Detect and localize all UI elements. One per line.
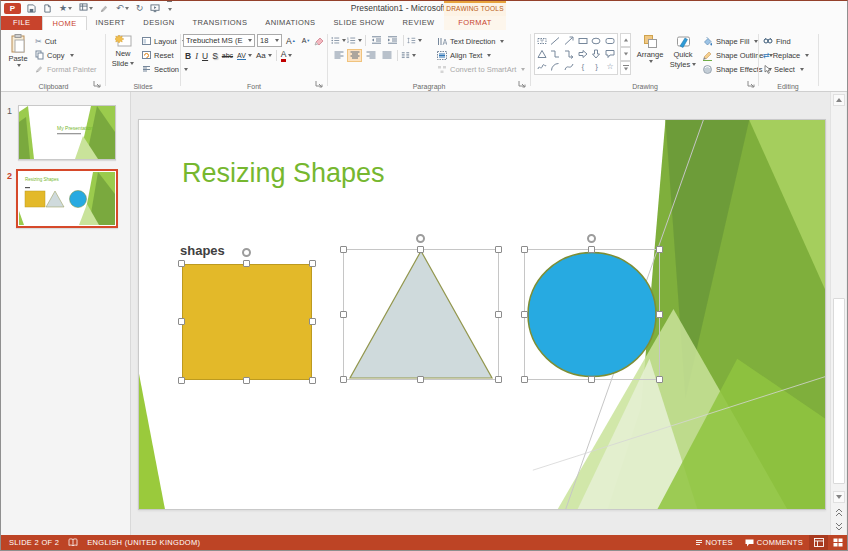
- drawing-dialog-launcher[interactable]: [747, 80, 756, 89]
- resize-handle[interactable]: [521, 376, 528, 383]
- normal-view-button[interactable]: [809, 535, 828, 550]
- resize-handle[interactable]: [178, 260, 185, 267]
- strikethrough-button[interactable]: abc: [220, 49, 235, 62]
- shapes-scroll-up-button[interactable]: [620, 33, 631, 47]
- powerpoint-app-icon[interactable]: P: [4, 3, 21, 14]
- arrange-button[interactable]: Arrange: [634, 34, 666, 80]
- arrow-shape-icon[interactable]: [562, 34, 576, 47]
- right-brace-shape-icon[interactable]: }: [590, 61, 604, 74]
- tab-animations[interactable]: ANIMATIONS: [256, 16, 324, 30]
- text-shadow-button[interactable]: S: [210, 49, 220, 62]
- scrollbar-thumb[interactable]: [833, 298, 845, 484]
- resize-handle[interactable]: [417, 246, 424, 253]
- resize-handle[interactable]: [178, 318, 185, 325]
- tab-design[interactable]: DESIGN: [134, 16, 183, 30]
- paragraph-dialog-launcher[interactable]: [518, 80, 527, 89]
- font-dialog-launcher[interactable]: [315, 80, 324, 89]
- resize-handle[interactable]: [656, 311, 663, 318]
- slide-sorter-view-button[interactable]: [828, 535, 847, 550]
- start-slideshow-icon[interactable]: [150, 4, 160, 13]
- resize-handle[interactable]: [588, 246, 595, 253]
- italic-button[interactable]: I: [193, 49, 200, 62]
- triangle-graphic[interactable]: [344, 250, 498, 379]
- resize-handle[interactable]: [656, 246, 663, 253]
- elbow-arrow-connector-shape-icon[interactable]: [562, 47, 576, 60]
- tab-transitions[interactable]: TRANSITIONS: [184, 16, 257, 30]
- text-direction-button[interactable]: Text Direction: [435, 34, 527, 48]
- replace-button[interactable]: ⇄Replace: [761, 48, 811, 62]
- customize-qat-icon[interactable]: [167, 1, 172, 16]
- align-left-button[interactable]: [331, 49, 346, 62]
- font-family-select[interactable]: Trebuchet MS (E: [183, 34, 255, 47]
- select-button[interactable]: Select: [761, 62, 811, 76]
- copy-button[interactable]: Copy: [33, 48, 99, 62]
- elbow-connector-shape-icon[interactable]: [549, 47, 563, 60]
- resize-handle[interactable]: [340, 246, 347, 253]
- text-box-shape-icon[interactable]: [535, 34, 549, 47]
- rectangle-shape-icon[interactable]: [576, 34, 590, 47]
- columns-button[interactable]: [401, 49, 416, 62]
- slide-canvas[interactable]: Resizing Shapes shapes: [138, 119, 826, 510]
- resize-handle[interactable]: [495, 311, 502, 318]
- oval-shape-icon[interactable]: [590, 34, 604, 47]
- tab-home[interactable]: HOME: [42, 16, 86, 30]
- previous-slide-button[interactable]: [833, 506, 845, 518]
- format-painter-button[interactable]: Format Painter: [33, 62, 99, 76]
- rounded-rectangle-shape-icon[interactable]: [603, 34, 617, 47]
- format-painter-qat-icon[interactable]: [100, 4, 109, 13]
- notes-button[interactable]: NOTES: [689, 535, 739, 550]
- align-center-button[interactable]: [347, 49, 362, 62]
- rectangle-rotation-handle[interactable]: [242, 248, 251, 257]
- grow-font-button[interactable]: A▲: [284, 34, 298, 47]
- numbering-button[interactable]: [347, 34, 362, 47]
- resize-handle[interactable]: [417, 376, 424, 383]
- font-color-button[interactable]: A: [279, 49, 295, 62]
- down-arrow-shape-icon[interactable]: [590, 47, 604, 60]
- rectangle-shape[interactable]: [182, 264, 312, 380]
- paste-button[interactable]: Paste: [5, 34, 31, 80]
- shapes-more-button[interactable]: [620, 61, 631, 75]
- align-right-button[interactable]: [363, 49, 378, 62]
- resize-handle[interactable]: [243, 377, 250, 384]
- underline-button[interactable]: U: [200, 49, 210, 62]
- cut-button[interactable]: ✂Cut: [33, 34, 99, 48]
- change-case-button[interactable]: Aa: [254, 49, 274, 62]
- tab-review[interactable]: REVIEW: [394, 16, 444, 30]
- resize-handle[interactable]: [588, 376, 595, 383]
- tab-slideshow[interactable]: SLIDE SHOW: [324, 16, 393, 30]
- resize-handle[interactable]: [340, 376, 347, 383]
- comments-button[interactable]: COMMENTS: [739, 535, 809, 550]
- resize-handle[interactable]: [521, 311, 528, 318]
- spell-check-icon[interactable]: [68, 538, 78, 547]
- resize-handle[interactable]: [309, 377, 316, 384]
- triangle-shape-icon[interactable]: [535, 47, 549, 60]
- bullets-button[interactable]: [331, 34, 346, 47]
- open-document-icon[interactable]: [43, 4, 52, 13]
- resize-handle[interactable]: [521, 246, 528, 253]
- slide-caption-text[interactable]: shapes: [180, 243, 225, 258]
- resize-handle[interactable]: [309, 260, 316, 267]
- callout-shape-icon[interactable]: [603, 47, 617, 60]
- language-indicator[interactable]: ENGLISH (UNITED KINGDOM): [87, 538, 200, 547]
- redo-icon[interactable]: ↻: [136, 2, 144, 15]
- tab-file[interactable]: FILE: [1, 16, 42, 30]
- slide-indicator[interactable]: SLIDE 2 OF 2: [9, 538, 59, 547]
- resize-handle[interactable]: [243, 260, 250, 267]
- triangle-rotation-handle[interactable]: [416, 234, 425, 243]
- rectangle-fill[interactable]: [182, 264, 312, 380]
- left-brace-shape-icon[interactable]: {: [576, 61, 590, 74]
- shrink-font-button[interactable]: A▼: [300, 34, 313, 47]
- justify-button[interactable]: [379, 49, 394, 62]
- new-slide-button[interactable]: New Slide: [108, 34, 138, 80]
- save-icon[interactable]: [27, 4, 36, 13]
- clear-formatting-icon[interactable]: [314, 35, 325, 46]
- bold-button[interactable]: B: [183, 49, 193, 62]
- shapes-scroll-down-button[interactable]: [620, 47, 631, 61]
- resize-handle[interactable]: [656, 376, 663, 383]
- increase-indent-button[interactable]: [385, 34, 400, 47]
- curve-shape-icon[interactable]: [562, 61, 576, 74]
- table-icon[interactable]: [79, 2, 93, 15]
- clipboard-dialog-launcher[interactable]: [93, 80, 102, 89]
- star-shape-icon[interactable]: ☆: [603, 61, 617, 74]
- resize-handle[interactable]: [495, 246, 502, 253]
